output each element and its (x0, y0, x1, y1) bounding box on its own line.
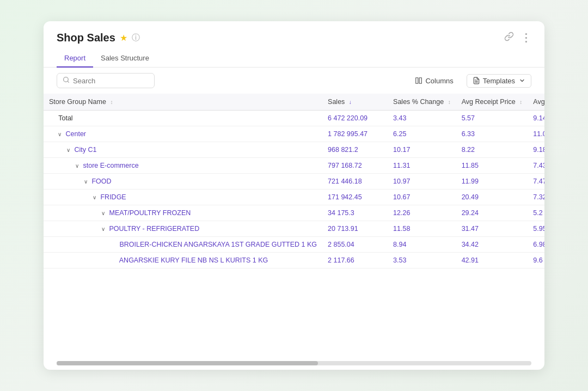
cell-avg-receipt-change: 5.2 (528, 205, 544, 221)
star-icon[interactable]: ★ (120, 33, 127, 43)
cell-avg-receipt: 5.57 (456, 111, 528, 126)
cell-avg-receipt-change: 6.98 (528, 237, 544, 253)
table-container: Store Group Name ↕ Sales ↓ Sales % Chang… (44, 94, 544, 357)
scrollbar-thumb[interactable] (57, 361, 318, 365)
cell-name[interactable]: ∨ store E-commerce (44, 158, 322, 174)
cell-sales-change: 12.26 (388, 205, 456, 221)
cell-avg-receipt: 6.33 (456, 126, 528, 142)
cell-sales: 797 168.72 (322, 158, 388, 174)
cell-name: Total (44, 111, 322, 126)
table-row: ∨ MEAT/POULTRY FROZEN 34 175.3 12.26 29.… (44, 205, 544, 221)
header: Shop Sales ★ ⓘ ⋮ (44, 21, 544, 44)
cell-sales: 20 713.91 (322, 221, 388, 237)
cell-sales-change: 10.17 (388, 142, 456, 158)
cell-sales: 1 782 995.47 (322, 126, 388, 142)
row-chevron[interactable]: ∨ (101, 226, 105, 232)
row-chevron[interactable]: ∨ (66, 147, 70, 153)
cell-avg-receipt-change: 7.32 (528, 190, 544, 205)
cell-avg-receipt-change: 5.95 (528, 221, 544, 237)
cell-name[interactable]: ∨ FRIDGE (44, 190, 322, 205)
col-header-sales[interactable]: Sales ↓ (322, 94, 388, 111)
columns-button[interactable]: Columns (411, 75, 457, 87)
table-row: ∨ FRIDGE 171 942.45 10.67 20.49 7.32 10.… (44, 190, 544, 205)
row-chevron[interactable]: ∨ (75, 163, 79, 169)
sort-icon-avg: ↕ (519, 99, 522, 105)
more-icon[interactable]: ⋮ (520, 31, 531, 44)
row-chevron[interactable]: ∨ (101, 210, 105, 216)
svg-line-1 (68, 81, 69, 82)
cell-sales-change: 3.43 (388, 111, 456, 126)
cell-sales-change: 3.53 (388, 253, 456, 268)
table-row: ∨ POULTRY - REFRIGERATED 20 713.91 11.58… (44, 221, 544, 237)
templates-label: Templates (483, 77, 515, 85)
cell-sales: 968 821.2 (322, 142, 388, 158)
cell-name[interactable]: ∨ POULTRY - REFRIGERATED (44, 221, 322, 237)
search-icon (63, 76, 70, 85)
cell-sales-change: 11.58 (388, 221, 456, 237)
columns-label: Columns (425, 77, 453, 85)
table-row: ∨ Center 1 782 995.47 6.25 6.33 11.01 23… (44, 126, 544, 142)
svg-rect-3 (420, 78, 422, 84)
cell-avg-receipt: 42.91 (456, 253, 528, 268)
info-icon[interactable]: ⓘ (132, 33, 140, 43)
cell-avg-receipt: 34.42 (456, 237, 528, 253)
cell-avg-receipt: 29.24 (456, 205, 528, 221)
cell-sales-change: 10.67 (388, 190, 456, 205)
cell-avg-receipt-change: 7.43 (528, 158, 544, 174)
col-header-sales-pct-change[interactable]: Sales % Change ↕ (388, 94, 456, 111)
header-left: Shop Sales ★ ⓘ (57, 32, 140, 44)
cell-sales-change: 10.97 (388, 174, 456, 190)
cell-avg-receipt: 31.47 (456, 221, 528, 237)
row-chevron[interactable]: ∨ (93, 194, 96, 200)
cell-sales-change: 11.31 (388, 158, 456, 174)
svg-rect-2 (416, 78, 418, 84)
table-header-row: Store Group Name ↕ Sales ↓ Sales % Chang… (44, 94, 544, 111)
search-input[interactable] (73, 77, 149, 85)
table-row: ∨ store E-commerce 797 168.72 11.31 11.8… (44, 158, 544, 174)
table-row: ∨ City C1 968 821.2 10.17 8.22 9.18 23.0… (44, 142, 544, 158)
cell-sales: 2 117.66 (322, 253, 388, 268)
cell-sales: 34 175.3 (322, 205, 388, 221)
toolbar: Columns Templates (44, 68, 544, 94)
row-chevron[interactable]: ∨ (84, 179, 88, 185)
cell-avg-receipt-change: 7.47 (528, 174, 544, 190)
cell-avg-receipt-change: 9.6 (528, 253, 544, 268)
row-chevron[interactable]: ∨ (58, 131, 62, 137)
table-row: ANGARSKIE KURY FILE NB NS L KURITS 1 KG … (44, 253, 544, 268)
cell-avg-receipt-change: 9.18 (528, 142, 544, 158)
sort-icon-sales: ↓ (349, 99, 352, 105)
page-title: Shop Sales (57, 32, 115, 44)
table-row: Total 6 472 220.09 3.43 5.57 9.14 24.12 (44, 111, 544, 126)
cell-name[interactable]: ∨ FOOD (44, 174, 322, 190)
sort-icon-store: ↕ (110, 99, 113, 105)
toolbar-right: Columns Templates (411, 74, 531, 88)
cell-avg-receipt: 11.99 (456, 174, 528, 190)
cell-name[interactable]: BROILER-CHICKEN ANGARSKAYA 1ST GRADE GUT… (44, 237, 322, 253)
tab-sales-structure[interactable]: Sales Structure (93, 50, 157, 68)
col-header-store-group-name[interactable]: Store Group Name ↕ (44, 94, 322, 111)
cell-name[interactable]: ANGARSKIE KURY FILE NB NS L KURITS 1 KG (44, 253, 322, 268)
cell-avg-receipt: 20.49 (456, 190, 528, 205)
cell-avg-receipt: 8.22 (456, 142, 528, 158)
main-card: Shop Sales ★ ⓘ ⋮ Report Sales Structure … (44, 21, 544, 370)
cell-sales: 6 472 220.09 (322, 111, 388, 126)
cell-name[interactable]: ∨ Center (44, 126, 322, 142)
cell-sales: 2 855.04 (322, 237, 388, 253)
sort-icon-sales-change: ↕ (448, 99, 451, 105)
cell-avg-receipt: 11.85 (456, 158, 528, 174)
link-icon[interactable] (504, 32, 514, 44)
table-row: ∨ FOOD 721 446.18 10.97 11.99 7.47 19.81 (44, 174, 544, 190)
cell-name[interactable]: ∨ City C1 (44, 142, 322, 158)
cell-avg-receipt-change: 11.01 (528, 126, 544, 142)
search-box[interactable] (57, 73, 155, 88)
tabs: Report Sales Structure (44, 50, 544, 68)
table-body: Total 6 472 220.09 3.43 5.57 9.14 24.12 … (44, 111, 544, 268)
horizontal-scrollbar[interactable] (57, 361, 531, 365)
col-header-avg-receipt-price[interactable]: Avg Receipt Price ↕ (456, 94, 528, 111)
cell-sales-change: 8.94 (388, 237, 456, 253)
col-header-avg-receipt-price-pct-change[interactable]: Avg Receipt Price % Change ↕ (528, 94, 544, 111)
tab-report[interactable]: Report (57, 50, 93, 68)
cell-sales-change: 6.25 (388, 126, 456, 142)
templates-button[interactable]: Templates (467, 74, 531, 88)
cell-name[interactable]: ∨ MEAT/POULTRY FROZEN (44, 205, 322, 221)
